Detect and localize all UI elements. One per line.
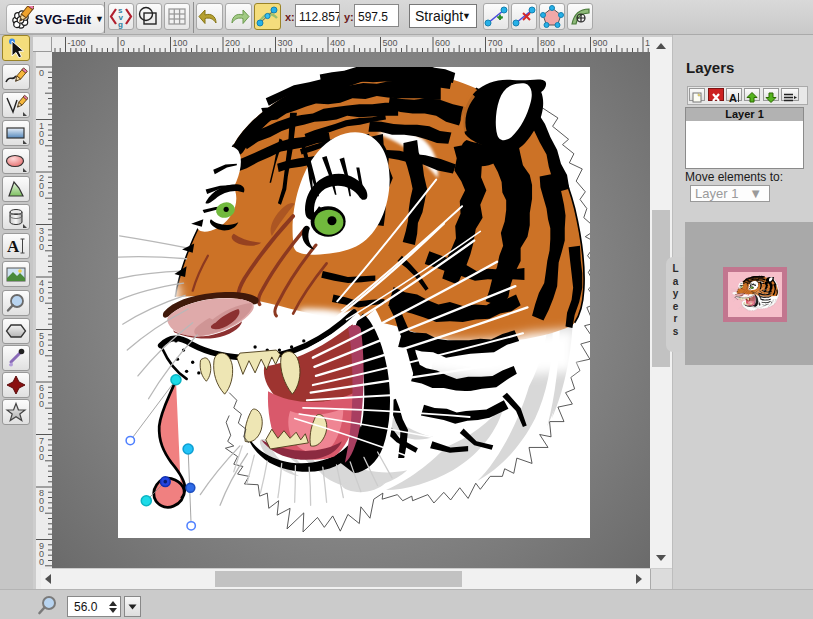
- svg-text:g: g: [118, 20, 123, 29]
- svg-text:0: 0: [39, 347, 44, 357]
- svg-text:0: 0: [39, 452, 44, 462]
- svg-text:0: 0: [39, 189, 44, 199]
- svg-text:0: 0: [39, 399, 44, 409]
- svg-text:0: 0: [39, 557, 44, 567]
- svg-text:0: 0: [39, 294, 44, 304]
- svg-text:0: 0: [39, 242, 44, 252]
- svg-text:A: A: [729, 92, 737, 103]
- svg-text:700: 700: [488, 38, 503, 48]
- svg-text:0: 0: [120, 38, 125, 48]
- svg-text:600: 600: [435, 38, 450, 48]
- svg-text:A: A: [7, 237, 20, 256]
- svg-text:300: 300: [278, 38, 293, 48]
- svg-text:0: 0: [39, 504, 44, 514]
- svg-text:-100: -100: [68, 38, 86, 48]
- svg-text:800: 800: [540, 38, 555, 48]
- svg-text:500: 500: [383, 38, 398, 48]
- svg-text:100: 100: [173, 38, 188, 48]
- svg-text:0: 0: [39, 68, 44, 78]
- svg-text:400: 400: [330, 38, 345, 48]
- svg-text:900: 900: [593, 38, 608, 48]
- svg-text:0: 0: [39, 137, 44, 147]
- svg-text:200: 200: [225, 38, 240, 48]
